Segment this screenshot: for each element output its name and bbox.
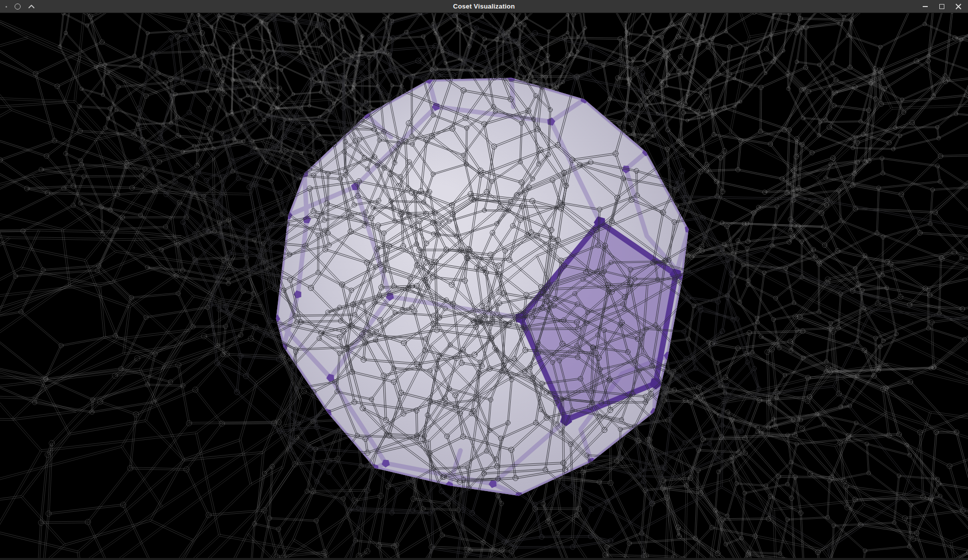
window-title: Coset Visualization (0, 0, 968, 13)
app-window: Coset Visualization (0, 0, 968, 560)
close-button[interactable] (953, 2, 963, 12)
coset-3d-viewport[interactable] (0, 13, 968, 558)
minimize-button[interactable] (920, 2, 930, 12)
chevron-up-icon[interactable] (28, 5, 35, 9)
window-bottom-edge (0, 558, 968, 560)
record-circle-icon[interactable] (15, 4, 21, 10)
status-dot-icon (6, 6, 7, 8)
maximize-icon (939, 4, 944, 9)
viewport-container (0, 13, 968, 558)
close-icon (955, 4, 961, 10)
window-controls (920, 0, 963, 13)
titlebar: Coset Visualization (0, 0, 968, 13)
minimize-icon (923, 6, 928, 7)
maximize-button[interactable] (937, 2, 947, 12)
titlebar-left-icons (0, 0, 35, 13)
